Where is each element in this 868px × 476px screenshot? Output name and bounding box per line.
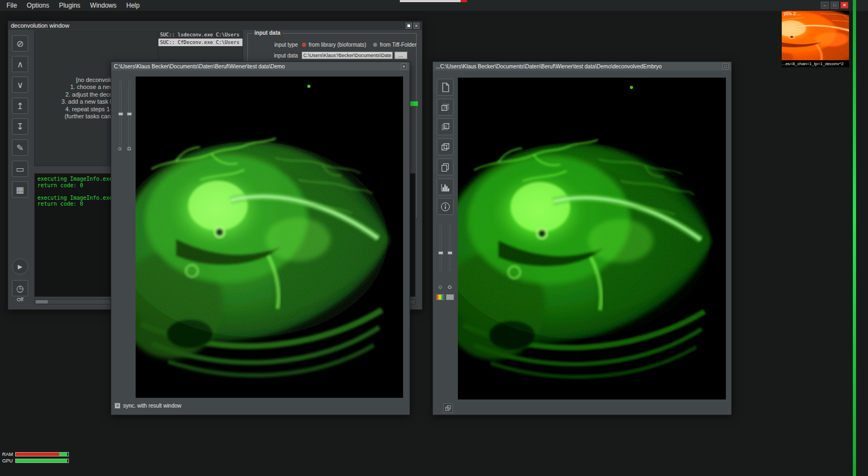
brightness-min-icon: ☼ xyxy=(117,144,123,152)
radio-from-library-label: from library (bioformats) xyxy=(309,42,366,48)
contrast-slider-thumb[interactable] xyxy=(127,112,132,116)
resource-meters: RAM GPU xyxy=(2,452,69,465)
radio-from-tiff[interactable] xyxy=(373,42,378,47)
close-window-button[interactable]: ✕ xyxy=(413,23,419,29)
export-task-button[interactable]: ↧ xyxy=(12,118,28,135)
brightness-slider-thumb[interactable] xyxy=(118,112,123,116)
timer-button[interactable]: ◷ xyxy=(12,280,28,296)
restore-button[interactable] xyxy=(406,23,412,29)
gpu-fill xyxy=(16,459,67,462)
start-button[interactable]: ▶ xyxy=(12,258,28,275)
cube-xy-icon xyxy=(440,102,451,113)
input-data-label: input data xyxy=(248,53,298,59)
window-title: C:\Users\Klaus Becker\Documents\Daten\Be… xyxy=(114,64,399,69)
snapshot-button[interactable] xyxy=(443,403,453,413)
window-icon: ▭ xyxy=(16,164,24,174)
radio-from-tiff-label: from Tiff-Folder xyxy=(380,42,417,48)
view-3d-yz-button[interactable] xyxy=(437,138,454,155)
chevron-up-icon: ∧ xyxy=(17,59,23,69)
minimize-button[interactable]: – xyxy=(821,2,829,9)
image-canvas[interactable] xyxy=(458,78,726,399)
document-icon xyxy=(440,82,451,93)
view-3d-xz-button[interactable] xyxy=(437,118,454,135)
browse-button[interactable]: ... xyxy=(394,52,407,59)
edit-task-button[interactable]: ✎ xyxy=(12,139,28,156)
top-progress-strip xyxy=(400,0,461,2)
window-title: deconvolution window xyxy=(11,22,404,29)
info-icon xyxy=(440,201,451,212)
preview-thumbnail[interactable]: pos 2 ...es=8_chan=1_tp=1_deconv^2 xyxy=(782,10,849,67)
system-window-controls: – □ ✕ xyxy=(821,2,848,9)
copy-view-button[interactable] xyxy=(437,158,454,175)
chevron-down-icon: ∨ xyxy=(17,80,23,90)
close-button[interactable]: ✕ xyxy=(840,2,848,9)
move-up-button[interactable]: ∧ xyxy=(12,56,28,72)
histogram-icon xyxy=(440,182,451,193)
image-info-button[interactable] xyxy=(437,198,454,215)
menu-item-options[interactable]: Options xyxy=(22,1,54,10)
pencil-icon: ✎ xyxy=(16,143,23,153)
contrast-slider-thumb[interactable] xyxy=(448,251,452,255)
input-data-field[interactable] xyxy=(302,52,393,59)
contrast-slider-track[interactable] xyxy=(129,81,130,150)
copy-icon xyxy=(440,162,451,173)
sync-option-row: ✕ sync. with result window xyxy=(114,403,181,409)
histogram-button[interactable] xyxy=(437,179,454,195)
view-3d-xy-button[interactable] xyxy=(437,99,454,116)
brightness-max-icon: ☼ xyxy=(126,144,132,152)
abort-button[interactable]: ⊘ xyxy=(12,35,28,52)
menu-item-windows[interactable]: Windows xyxy=(85,1,122,10)
brightness-slider-track[interactable] xyxy=(120,81,122,150)
play-icon: ▶ xyxy=(18,263,22,270)
restore-icon xyxy=(407,24,410,27)
close-window-button[interactable]: ✕ xyxy=(401,64,407,69)
maximize-window-button[interactable]: □ xyxy=(723,64,729,69)
desktop: File Options Plugins Windows Help – □ ✕ … xyxy=(0,0,868,476)
lut-color-button[interactable] xyxy=(436,294,444,300)
result-viewer-titlebar[interactable]: ...C:\Users\Klaus Becker\Documents\Daten… xyxy=(433,62,731,71)
image-canvas[interactable] xyxy=(136,77,403,398)
task-row[interactable]: SUC:: lsdeconv.exe C:\Users xyxy=(158,31,242,39)
ram-used-fill xyxy=(16,453,59,456)
brightness-max-icon: ☼ xyxy=(446,282,453,290)
thumbnail-image[interactable]: pos 2 xyxy=(782,10,849,60)
import-task-button[interactable]: ↥ xyxy=(12,98,28,114)
top-progress-strip-end xyxy=(461,0,467,2)
contrast-slider-track[interactable] xyxy=(449,225,451,271)
brightness-slider-thumb[interactable] xyxy=(438,251,443,255)
maximize-button[interactable]: □ xyxy=(831,2,839,9)
window-title: ...C:\Users\Klaus Becker\Documents\Daten… xyxy=(436,64,721,69)
gpu-usage-bar xyxy=(15,459,69,463)
lut-gray-button[interactable] xyxy=(446,294,454,300)
upload-icon: ↥ xyxy=(16,101,23,111)
window-button[interactable]: ▭ xyxy=(12,161,28,177)
delete-task-button[interactable]: ▦ xyxy=(12,181,28,198)
circle-slash-icon: ⊘ xyxy=(16,39,23,49)
scrollbar-thumb[interactable] xyxy=(36,300,48,303)
sync-checkbox-label: sync. with result window xyxy=(123,403,181,409)
cube-yz-icon xyxy=(440,142,451,153)
snapshot-icon xyxy=(444,404,452,412)
screen-edge-indicator xyxy=(853,0,856,476)
timer-icon: ◷ xyxy=(16,283,24,294)
thumbnail-position-label: pos 2 xyxy=(784,11,796,16)
menu-item-help[interactable]: Help xyxy=(122,1,145,10)
group-title: input data xyxy=(252,30,283,36)
new-document-button[interactable] xyxy=(437,79,454,96)
sync-checkbox[interactable]: ✕ xyxy=(114,403,120,409)
grid-icon: ▦ xyxy=(16,185,24,195)
brightness-slider-track[interactable] xyxy=(440,225,442,271)
deconvolution-titlebar[interactable]: deconvolution window ✕ xyxy=(8,21,422,30)
input-viewer-titlebar[interactable]: C:\Users\Klaus Becker\Documents\Daten\Be… xyxy=(111,62,410,71)
radio-from-library[interactable] xyxy=(302,42,307,47)
ram-label: RAM xyxy=(2,452,15,457)
ram-usage-bar xyxy=(15,452,69,456)
menu-item-file[interactable]: File xyxy=(2,1,22,10)
task-row-selected[interactable]: SUC:: CfDeconv.exe C:\Users xyxy=(158,39,242,46)
cube-xz-icon xyxy=(440,122,451,132)
ram-free-fill xyxy=(59,453,68,456)
thumbnail-caption: ...es=8_chan=1_tp=1_deconv^2 xyxy=(782,60,849,67)
input-viewer-window: C:\Users\Klaus Becker\Documents\Daten\Be… xyxy=(111,61,410,415)
menu-item-plugins[interactable]: Plugins xyxy=(54,1,85,10)
move-down-button[interactable]: ∨ xyxy=(12,77,28,93)
